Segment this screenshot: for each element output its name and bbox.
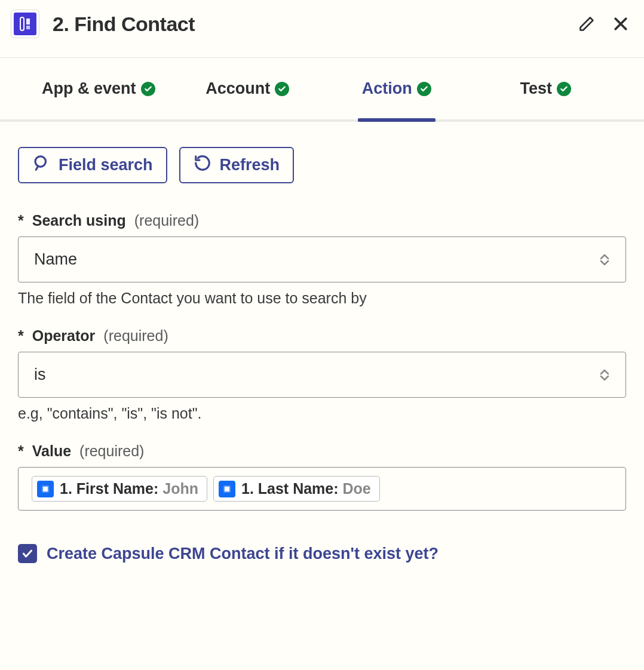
value-input[interactable]: 1. First Name: John 1. Last Name: Doe xyxy=(18,467,626,511)
toolbar: Field search Refresh xyxy=(18,147,626,183)
field-label: Value xyxy=(32,442,71,460)
button-label: Refresh xyxy=(220,156,280,174)
required-text: (required) xyxy=(103,327,168,345)
tab-account[interactable]: Account xyxy=(173,58,323,119)
tab-app-event[interactable]: App & event xyxy=(24,58,173,119)
check-icon xyxy=(557,82,571,96)
refresh-icon xyxy=(194,154,211,176)
check-icon xyxy=(275,82,289,96)
source-app-icon xyxy=(219,481,235,497)
step-header: 2. Find Contact xyxy=(0,0,644,58)
required-asterisk: * xyxy=(18,327,24,345)
svg-rect-8 xyxy=(43,487,48,491)
tab-action[interactable]: Action xyxy=(322,58,471,119)
search-using-select[interactable]: Name xyxy=(18,236,626,282)
pill-value: Doe xyxy=(343,480,371,497)
field-label: Search using xyxy=(32,212,126,229)
required-asterisk: * xyxy=(18,442,24,460)
capsule-app-icon xyxy=(14,13,36,35)
check-icon xyxy=(141,82,155,96)
svg-rect-0 xyxy=(20,17,24,30)
required-text: (required) xyxy=(134,212,199,229)
help-text: e.g, "contains", "is", "is not". xyxy=(18,405,626,422)
page-title: 2. Find Contact xyxy=(53,13,578,36)
help-text: The field of the Contact you want to use… xyxy=(18,290,626,307)
value-pill[interactable]: 1. First Name: John xyxy=(32,476,207,502)
tab-label: App & event xyxy=(42,79,136,98)
create-checkbox[interactable] xyxy=(18,544,37,563)
action-panel: Field search Refresh * Search using (req… xyxy=(0,122,644,581)
tab-label: Account xyxy=(206,79,270,98)
edit-icon[interactable] xyxy=(578,15,595,33)
pill-label: 1. Last Name: xyxy=(241,480,343,497)
svg-rect-10 xyxy=(225,487,229,491)
svg-rect-2 xyxy=(26,26,30,29)
close-icon[interactable] xyxy=(612,15,630,33)
button-label: Field search xyxy=(59,156,153,174)
field-search-button[interactable]: Field search xyxy=(18,147,167,183)
tab-label: Test xyxy=(520,79,552,98)
svg-rect-1 xyxy=(26,19,30,24)
select-value: Name xyxy=(34,250,77,269)
app-icon-frame xyxy=(11,10,39,38)
sort-icon xyxy=(599,369,610,381)
field-operator: * Operator (required) is e.g, "contains"… xyxy=(18,327,626,422)
svg-point-5 xyxy=(35,156,46,167)
search-icon xyxy=(32,154,50,176)
tab-test[interactable]: Test xyxy=(471,58,621,119)
field-label: Operator xyxy=(32,327,96,345)
tab-label: Action xyxy=(362,79,412,98)
select-value: is xyxy=(34,365,46,384)
value-pill[interactable]: 1. Last Name: Doe xyxy=(213,476,380,502)
refresh-button[interactable]: Refresh xyxy=(179,147,295,183)
required-text: (required) xyxy=(79,442,144,460)
check-icon xyxy=(417,82,431,96)
field-search-using: * Search using (required) Name The field… xyxy=(18,212,626,307)
create-checkbox-label[interactable]: Create Capsule CRM Contact if it doesn't… xyxy=(47,545,438,563)
svg-line-6 xyxy=(36,166,38,170)
pill-value: John xyxy=(162,480,198,497)
source-app-icon xyxy=(37,481,54,497)
tabs-bar: App & event Account Action Test xyxy=(0,58,644,122)
field-value: * Value (required) 1. First Name: John 1… xyxy=(18,442,626,511)
sort-icon xyxy=(599,254,610,266)
operator-select[interactable]: is xyxy=(18,352,626,398)
required-asterisk: * xyxy=(18,212,24,229)
create-if-not-exist-row: Create Capsule CRM Contact if it doesn't… xyxy=(18,544,626,563)
pill-label: 1. First Name: xyxy=(60,480,162,497)
